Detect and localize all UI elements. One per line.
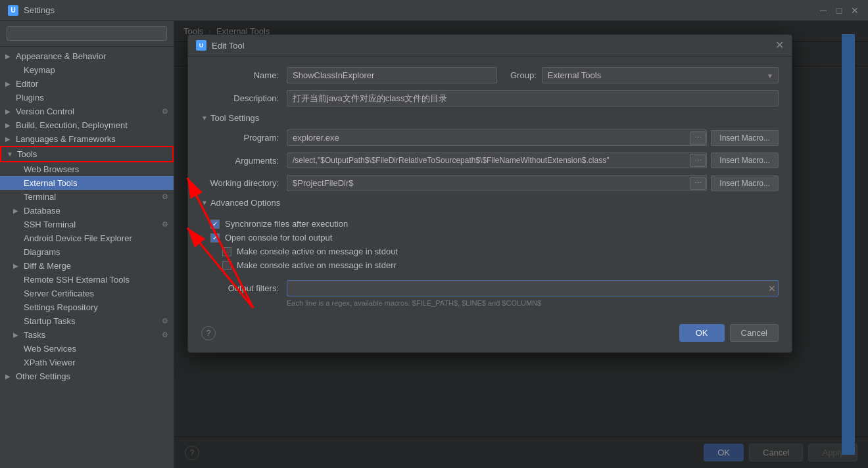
arguments-input[interactable] [287, 152, 707, 168]
sidebar-item-tools[interactable]: Tools [0, 146, 174, 162]
tree-arrow-tools [7, 151, 16, 158]
description-input[interactable] [287, 90, 779, 106]
output-hint: Each line is a regex, available macros: … [287, 299, 779, 307]
tree-arrow-os [5, 373, 14, 380]
close-button[interactable]: ✕ [850, 5, 860, 16]
sidebar: 🔍 Appearance & Behavior Keymap Editor [0, 21, 174, 468]
sidebar-item-startup-tasks[interactable]: Startup Tasks ⚙ [0, 314, 174, 328]
dialog-ok-button[interactable]: OK [679, 324, 725, 342]
sidebar-item-tasks[interactable]: Tasks ⚙ [0, 328, 174, 342]
program-browse-button[interactable]: ⋯ [690, 131, 706, 145]
tree-arrow-appearance [5, 53, 14, 60]
maximize-button[interactable]: □ [834, 5, 844, 16]
tool-settings-section-title: ▼ Tool Settings [201, 113, 779, 123]
sidebar-item-build[interactable]: Build, Execution, Deployment [0, 118, 174, 132]
window-title: Settings [24, 5, 818, 15]
sidebar-item-server-certs[interactable]: Server Certificates [0, 287, 174, 300]
tree-arrow-dm [13, 262, 22, 269]
tree-arrow-vc [5, 108, 14, 115]
sidebar-item-plugins[interactable]: Plugins [0, 91, 174, 105]
working-dir-input[interactable] [287, 175, 707, 191]
sidebar-item-xpath[interactable]: XPath Viewer [0, 356, 174, 369]
sidebar-item-database[interactable]: Database [0, 204, 174, 218]
description-label: Description: [201, 93, 287, 103]
search-input[interactable] [7, 26, 167, 41]
main-area: Tools › External Tools + − ✎ ↑ [174, 21, 868, 468]
sidebar-item-android-device[interactable]: Android Device File Explorer [0, 231, 174, 245]
dialog-cancel-button[interactable]: Cancel [730, 324, 779, 342]
dialog-close-button[interactable]: ✕ [775, 40, 784, 51]
output-filters-input[interactable] [287, 280, 779, 296]
name-group-row: Name: Group: External Tools ▼ [201, 67, 779, 83]
ssh-settings-icon: ⚙ [162, 220, 168, 229]
arguments-browse-button[interactable]: ⋯ [690, 154, 706, 167]
advanced-triangle: ▼ [201, 199, 208, 206]
group-select[interactable]: External Tools [542, 67, 779, 83]
insert-macro-arguments-button[interactable]: Insert Macro... [711, 152, 779, 168]
title-bar: U Settings ─ □ ✕ [0, 0, 868, 21]
working-dir-label: Working directory: [201, 178, 287, 188]
sidebar-item-web-browsers[interactable]: Web Browsers [0, 162, 174, 176]
open-console-checkbox[interactable] [210, 233, 220, 243]
program-label: Program: [201, 133, 287, 143]
sidebar-item-web-services[interactable]: Web Services [0, 342, 174, 356]
sync-files-label: Synchronize files after execution [225, 219, 348, 229]
open-console-row: Open console for tool output [201, 231, 779, 245]
sync-files-checkbox[interactable] [210, 220, 220, 229]
sidebar-item-settings-repo[interactable]: Settings Repository [0, 300, 174, 314]
dialog-body: Name: Group: External Tools ▼ [188, 57, 792, 317]
search-box: 🔍 [0, 21, 174, 47]
group-label: Group: [510, 70, 537, 80]
dialog-help-button[interactable]: ? [201, 326, 216, 340]
settings-window: U Settings ─ □ ✕ 🔍 Appearance & Behavior [0, 0, 868, 468]
sidebar-item-remote-ssh[interactable]: Remote SSH External Tools [0, 273, 174, 287]
make-console-stderr-label: Make console active on message in stderr [237, 260, 397, 270]
window-controls: ─ □ ✕ [818, 5, 860, 16]
sidebar-item-terminal[interactable]: Terminal ⚙ [0, 190, 174, 204]
output-clear-button[interactable]: ✕ [768, 283, 776, 294]
open-console-label: Open console for tool output [225, 233, 332, 243]
advanced-options-section: Synchronize files after execution Open c… [201, 214, 779, 275]
content-area: 🔍 Appearance & Behavior Keymap Editor [0, 21, 868, 468]
advanced-options-section-title: ▼ Advanced Options [201, 198, 779, 208]
sidebar-item-external-tools[interactable]: External Tools [0, 176, 174, 190]
sync-files-row: Synchronize files after execution [201, 217, 779, 231]
name-label: Name: [201, 70, 287, 80]
make-console-stderr-checkbox[interactable] [222, 261, 231, 270]
minimize-button[interactable]: ─ [818, 5, 829, 16]
sidebar-item-keymap[interactable]: Keymap [0, 63, 174, 77]
insert-macro-program-button[interactable]: Insert Macro... [711, 130, 779, 146]
make-console-stdout-checkbox[interactable] [222, 247, 231, 256]
sidebar-item-ssh-terminal[interactable]: SSH Terminal ⚙ [0, 218, 174, 231]
output-filters-row: Output filters: ✕ [201, 280, 779, 296]
working-dir-row: Working directory: ⋯ Insert Macro... [201, 175, 779, 191]
sidebar-item-diff-merge[interactable]: Diff & Merge [0, 259, 174, 273]
tree-arrow-build [5, 122, 14, 129]
edit-tool-dialog: U Edit Tool ✕ Name: Group: [187, 34, 792, 353]
sidebar-item-version-control[interactable]: Version Control ⚙ [0, 105, 174, 118]
program-input[interactable] [287, 129, 707, 146]
tree-arrow-lang [5, 135, 14, 143]
insert-macro-workdir-button[interactable]: Insert Macro... [711, 176, 779, 191]
tasks-settings-icon: ⚙ [162, 331, 168, 339]
sidebar-tree: Appearance & Behavior Keymap Editor Plug… [0, 47, 174, 468]
sidebar-item-other-settings[interactable]: Other Settings [0, 369, 174, 383]
sidebar-item-appearance[interactable]: Appearance & Behavior [0, 49, 174, 63]
sidebar-item-editor[interactable]: Editor [0, 77, 174, 91]
terminal-settings-icon: ⚙ [162, 193, 168, 201]
output-filters-label: Output filters: [201, 283, 287, 293]
dialog-title-icon: U [196, 40, 206, 51]
name-input[interactable] [287, 67, 497, 83]
app-icon: U [8, 5, 18, 16]
sidebar-item-diagrams[interactable]: Diagrams [0, 245, 174, 259]
tree-arrow-tasks [13, 331, 22, 339]
make-console-stdout-row: Make console active on message in stdout [201, 245, 779, 258]
sidebar-item-languages[interactable]: Languages & Frameworks [0, 132, 174, 146]
working-dir-browse-button[interactable]: ⋯ [690, 177, 706, 190]
dialog-title: Edit Tool [212, 41, 775, 51]
dialog-titlebar: U Edit Tool ✕ [188, 35, 792, 57]
startup-settings-icon: ⚙ [162, 317, 168, 325]
section-triangle: ▼ [201, 114, 208, 122]
make-console-stdout-label: Make console active on message in stdout [237, 246, 398, 256]
dialog-bottom: ? OK Cancel [188, 317, 792, 352]
